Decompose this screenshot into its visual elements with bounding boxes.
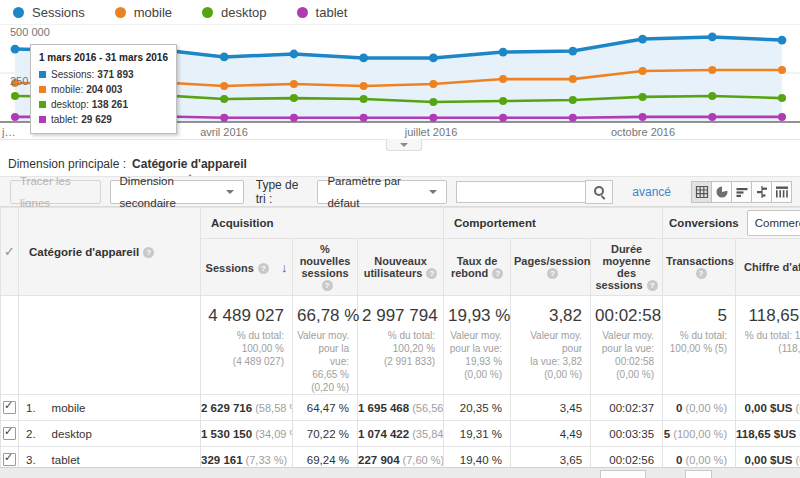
tooltip-date-range: 1 mars 2016 - 31 mars 2016 xyxy=(39,50,168,65)
data-table: Catégorie d'appareil Acquisition Comport… xyxy=(0,207,800,467)
transactions-header-label: Transactions xyxy=(666,255,734,267)
help-icon[interactable] xyxy=(647,280,658,291)
new-sessions-column-header[interactable]: % nouvelles sessions xyxy=(293,239,358,296)
metric-cell: 4,49 xyxy=(511,421,591,447)
acquisition-label: Acquisition xyxy=(201,217,274,229)
sort-type-dropdown[interactable]: Paramètre par défaut xyxy=(317,180,447,204)
transactions-column-header[interactable]: Transactions xyxy=(663,239,736,296)
device-category-label: desktop xyxy=(52,428,92,440)
conversions-label: Conversions xyxy=(669,217,739,229)
comparison-bars-icon xyxy=(755,185,769,199)
search-button[interactable] xyxy=(585,180,613,204)
table-view-switcher xyxy=(692,181,792,203)
select-all-cell[interactable] xyxy=(1,208,19,296)
pages-session-column-header[interactable]: Pages/session xyxy=(511,239,591,296)
percentage-view-button[interactable] xyxy=(711,181,732,203)
legend-label: mobile xyxy=(134,5,172,20)
revenue-column-header[interactable]: Chiffre d'affaires xyxy=(736,239,800,296)
chart-collapse-button[interactable] xyxy=(386,139,422,151)
conversions-type-select[interactable]: Commerce électronique xyxy=(747,210,800,236)
group-header-behavior: Comportement xyxy=(444,208,663,239)
bounce-rate-column-header[interactable]: Taux de rebond xyxy=(444,239,511,296)
chevron-down-icon xyxy=(400,143,408,147)
metric-cell: 0,00 $US(0,00 %) xyxy=(736,395,800,421)
plot-rows-button[interactable]: Tracer les lignes xyxy=(10,180,101,204)
row-number: 2. xyxy=(26,428,36,440)
table-row: 1.mobile2 629 716(58,58 %)64,47 %1 695 4… xyxy=(1,395,800,421)
help-icon[interactable] xyxy=(258,263,269,274)
summary-duration: 00:02:58 Valeur moy. pour la vue: 00:02:… xyxy=(591,296,663,395)
metric-cell: 1 074 422(35,84 %) xyxy=(358,421,444,447)
performance-view-button[interactable] xyxy=(731,181,752,203)
table-row: 2.desktop1 530 150(34,09 %)70,22 %1 074 … xyxy=(1,421,800,447)
metric-cell: 0(0,00 %) xyxy=(663,447,736,468)
secondary-dimension-dropdown[interactable]: Dimension secondaire xyxy=(110,180,244,204)
metric-cell: 3,45 xyxy=(511,395,591,421)
metric-cell: 70,22 % xyxy=(293,421,358,447)
row-checkbox-cell xyxy=(1,447,19,468)
summary-transactions: 5 % du total: 100,00 % (5) xyxy=(663,296,736,395)
device-category-cell: 2.desktop xyxy=(19,421,201,447)
help-icon[interactable] xyxy=(492,268,503,279)
summary-category-cell xyxy=(19,296,201,395)
legend-item-mobile: mobile xyxy=(115,5,172,20)
pie-chart-icon xyxy=(715,185,729,199)
comparison-view-button[interactable] xyxy=(751,181,772,203)
metric-cell: 20,35 % xyxy=(444,395,511,421)
help-icon[interactable] xyxy=(547,268,558,279)
help-icon[interactable] xyxy=(322,280,333,291)
metric-cell: 0,00 $US(0,00 %) xyxy=(736,447,800,468)
category-header-label: Catégorie d'appareil xyxy=(29,246,139,258)
metric-cell: 00:02:56 xyxy=(591,447,663,468)
rows-per-page-select[interactable] xyxy=(600,470,646,478)
pivot-view-button[interactable] xyxy=(771,181,792,203)
x-axis-tick-label: juillet 2016 xyxy=(405,126,458,138)
help-icon[interactable] xyxy=(143,247,154,258)
metric-cell: 329 161(7,33 %) xyxy=(201,447,293,468)
search-icon xyxy=(593,185,606,198)
metric-cell: 19,40 % xyxy=(444,447,511,468)
row-checkbox[interactable] xyxy=(3,453,16,466)
metric-cell: 19,31 % xyxy=(444,421,511,447)
search-group xyxy=(456,180,613,204)
data-view-button[interactable] xyxy=(691,181,712,203)
metric-cell: 1 530 150(34,09 %) xyxy=(201,421,293,447)
summary-revenue: 118,65 $US % du total: 100,00 % (118,65 … xyxy=(736,296,800,395)
horizontal-bars-icon xyxy=(735,185,749,199)
legend-label: Sessions xyxy=(32,5,85,20)
device-category-label: tablet xyxy=(52,454,80,466)
metric-cell: 5(100,00 %) xyxy=(663,421,736,447)
summary-sessions: 4 489 027 % du total: 100,00 % (4 489 02… xyxy=(201,296,293,395)
legend-item-sessions: Sessions xyxy=(13,5,85,20)
revenue-header-label: Chiffre d'affaires xyxy=(744,261,800,273)
device-category-cell: 3.tablet xyxy=(19,447,201,468)
row-checkbox[interactable] xyxy=(3,401,16,414)
new-users-header-label: Nouveaux utilisateurs xyxy=(364,255,427,279)
goto-page-input[interactable] xyxy=(685,470,712,478)
table-row: 3.tablet329 161(7,33 %)69,24 %227 904(7,… xyxy=(1,447,800,468)
category-column-header[interactable]: Catégorie d'appareil xyxy=(19,208,201,296)
table-footer-strip xyxy=(0,467,800,478)
new-users-column-header[interactable]: Nouveaux utilisateurs xyxy=(358,239,444,296)
chart-legend: Sessions mobile desktop tablet xyxy=(0,0,800,24)
summary-pages: 3,82 Valeur moy. pour la vue: 3,82 (0,00… xyxy=(511,296,591,395)
sessions-column-header[interactable]: Sessions xyxy=(201,239,293,296)
metric-cell: 1 695 468(56,56 %) xyxy=(358,395,444,421)
row-number: 3. xyxy=(26,454,36,466)
advanced-search-link[interactable]: avancé xyxy=(632,185,671,199)
select-all-check-icon[interactable] xyxy=(4,244,15,259)
avg-duration-column-header[interactable]: Durée moyenne des sessions xyxy=(591,239,663,296)
device-category-label: mobile xyxy=(52,402,86,414)
metric-cell: 3,65 xyxy=(511,447,591,468)
sessions-dot-icon xyxy=(13,7,24,18)
row-checkbox[interactable] xyxy=(3,427,16,440)
metric-cell: 00:03:35 xyxy=(591,421,663,447)
series-swatch-icon xyxy=(39,71,46,78)
y-axis-tick-label: 500 000 xyxy=(10,26,50,38)
search-input[interactable] xyxy=(456,181,586,203)
metric-cell: 0(0,00 %) xyxy=(663,395,736,421)
row-checkbox-cell xyxy=(1,395,19,421)
help-icon[interactable] xyxy=(426,268,437,279)
help-icon[interactable] xyxy=(696,268,707,279)
legend-item-tablet: tablet xyxy=(297,5,348,20)
